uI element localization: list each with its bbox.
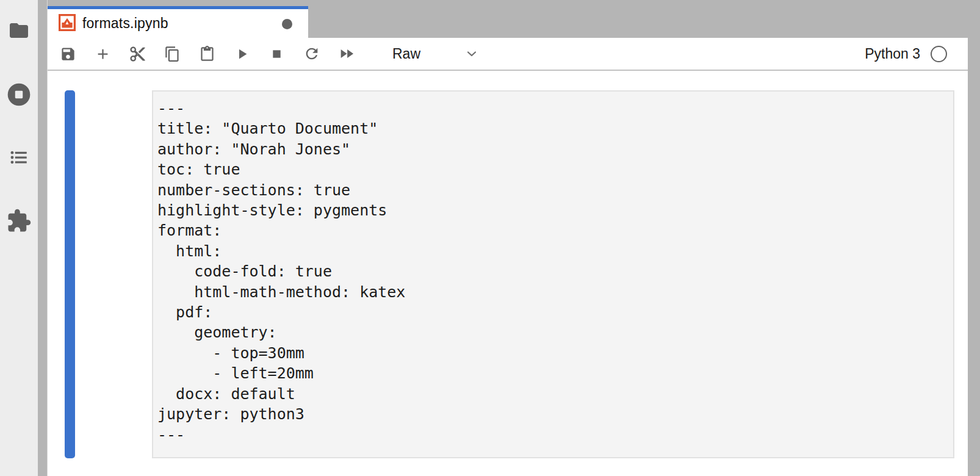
unsaved-changes-dot[interactable]	[282, 19, 292, 29]
kernel-idle-circle	[931, 46, 947, 62]
notebook-icon	[59, 14, 76, 34]
extensions-icon	[6, 208, 32, 234]
chevron-down-icon	[420, 46, 479, 61]
cell-source[interactable]: --- title: "Quarto Document" author: "No…	[153, 92, 953, 451]
fast-forward-icon	[338, 45, 355, 62]
tab-formats-ipynb[interactable]: formats.ipynb	[48, 6, 308, 38]
stop-icon	[268, 46, 285, 62]
refresh-icon	[303, 45, 320, 62]
jupyterlab-window: formats.ipynb	[0, 0, 980, 476]
sidebar-item-running-sessions[interactable]	[0, 81, 38, 108]
window-edge-strip	[968, 0, 980, 476]
notebook-panel: --- title: "Quarto Document" author: "No…	[48, 71, 968, 475]
main-dock-panel: formats.ipynb	[47, 0, 968, 476]
paste-icon	[199, 46, 215, 62]
tab-bar: formats.ipynb	[48, 0, 968, 38]
cell-collapser[interactable]	[65, 90, 75, 458]
table-of-contents-icon	[9, 147, 29, 168]
save-icon	[60, 46, 76, 62]
running-sessions-icon	[5, 81, 32, 108]
folder-icon	[8, 20, 30, 41]
insert-cell-button[interactable]	[95, 46, 111, 62]
restart-run-all-button[interactable]	[338, 46, 355, 62]
copy-cells-button[interactable]	[164, 46, 181, 62]
sidebar-divider-strip	[38, 0, 47, 476]
play-icon	[234, 46, 250, 62]
cell-type-value: Raw	[392, 46, 420, 62]
activity-sidebar	[0, 0, 38, 476]
plus-icon	[95, 46, 111, 62]
sidebar-item-table-of-contents[interactable]	[0, 146, 38, 168]
run-cell-button[interactable]	[234, 46, 250, 62]
restart-kernel-button[interactable]	[303, 46, 320, 62]
sidebar-item-extensions[interactable]	[0, 207, 38, 234]
interrupt-kernel-button[interactable]	[268, 46, 285, 62]
tab-title: formats.ipynb	[82, 15, 168, 32]
save-button[interactable]	[60, 46, 76, 62]
cell-editor[interactable]: --- title: "Quarto Document" author: "No…	[152, 90, 954, 458]
sidebar-item-file-browser[interactable]	[0, 20, 38, 41]
cell-type-select[interactable]: Raw	[392, 46, 479, 62]
scissors-icon	[129, 45, 146, 63]
paste-cells-button[interactable]	[199, 46, 215, 62]
copy-icon	[164, 46, 181, 62]
cut-cells-button[interactable]	[129, 46, 146, 62]
notebook-toolbar: Raw Python 3	[48, 38, 968, 71]
kernel-name[interactable]: Python 3	[865, 46, 920, 62]
